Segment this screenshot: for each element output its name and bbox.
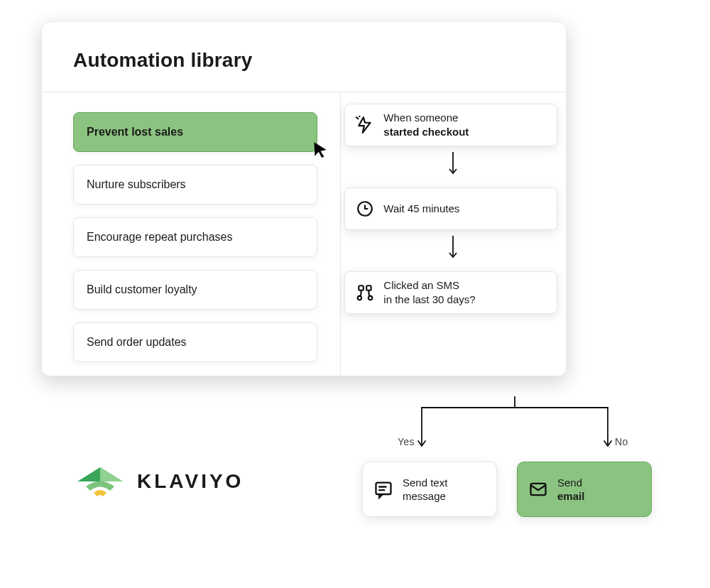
flow-split-text: Clicked an SMS in the last 30 days? bbox=[383, 278, 547, 307]
list-item-build-customer-loyalty[interactable]: Build customer loyalty bbox=[73, 270, 317, 310]
brand-logo: KLAVIYO bbox=[75, 464, 244, 499]
automation-list: Prevent lost sales Nurture subscribers E… bbox=[42, 92, 341, 376]
list-item-label: Build customer loyalty bbox=[87, 283, 197, 296]
clock-icon bbox=[355, 199, 375, 219]
panel-title: Automation library bbox=[73, 49, 535, 72]
branch-connector bbox=[362, 396, 667, 462]
list-item-label: Nurture subscribers bbox=[87, 178, 186, 191]
action-send-sms[interactable]: Send text message bbox=[362, 462, 497, 517]
action-send-email-text: Send email bbox=[557, 476, 584, 503]
list-item-send-order-updates[interactable]: Send order updates bbox=[73, 322, 317, 362]
arrow-down-icon bbox=[448, 234, 458, 260]
svg-marker-8 bbox=[100, 467, 123, 481]
split-icon bbox=[355, 283, 375, 303]
automation-library-panel: Automation library Prevent lost sales Nu… bbox=[41, 21, 567, 376]
branch-yes-label: Yes bbox=[398, 436, 415, 447]
svg-rect-5 bbox=[376, 483, 391, 494]
flow-trigger-card[interactable]: When someone started checkout bbox=[344, 104, 557, 146]
flow-wait-card[interactable]: Wait 45 minutes bbox=[344, 187, 557, 230]
action-send-sms-text: Send text message bbox=[403, 476, 447, 503]
email-icon bbox=[528, 479, 549, 500]
list-item-label: Prevent lost sales bbox=[87, 126, 183, 138]
lightning-icon bbox=[355, 115, 375, 135]
list-item-prevent-lost-sales[interactable]: Prevent lost sales bbox=[73, 112, 317, 152]
panel-header: Automation library bbox=[42, 22, 566, 92]
list-item-label: Encourage repeat purchases bbox=[87, 231, 232, 244]
flow-preview: When someone started checkout Wait 45 mi… bbox=[341, 92, 566, 376]
cursor-icon bbox=[311, 140, 329, 158]
flow-split-card[interactable]: Clicked an SMS in the last 30 days? bbox=[344, 271, 557, 314]
list-item-label: Send order updates bbox=[87, 336, 187, 349]
arrow-down-icon bbox=[448, 151, 458, 176]
klaviyo-mark-icon bbox=[75, 464, 126, 499]
sms-icon bbox=[373, 479, 394, 500]
list-item-encourage-repeat-purchases[interactable]: Encourage repeat purchases bbox=[73, 217, 317, 257]
list-item-nurture-subscribers[interactable]: Nurture subscribers bbox=[73, 165, 317, 205]
brand-name: KLAVIYO bbox=[137, 470, 244, 493]
panel-body: Prevent lost sales Nurture subscribers E… bbox=[42, 92, 566, 376]
flow-wait-text: Wait 45 minutes bbox=[383, 202, 547, 216]
branch-no-label: No bbox=[615, 436, 628, 447]
action-send-email[interactable]: Send email bbox=[517, 462, 652, 517]
flow-trigger-text: When someone started checkout bbox=[383, 111, 547, 140]
